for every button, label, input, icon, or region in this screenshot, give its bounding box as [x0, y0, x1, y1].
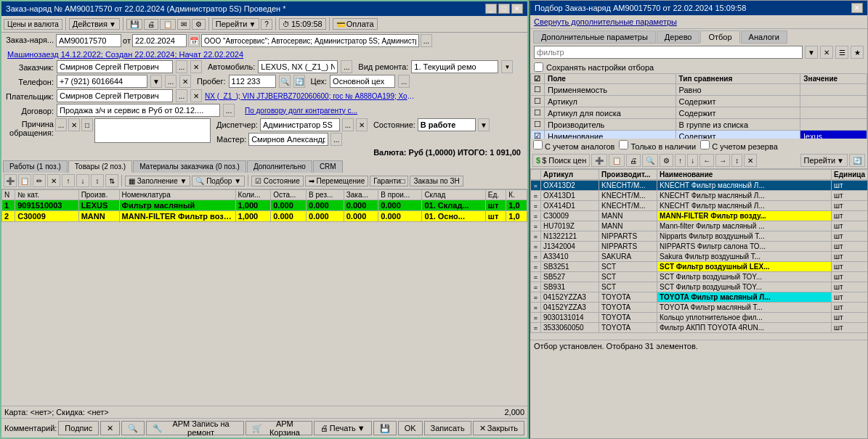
up-search-btn[interactable]: ↑ [675, 154, 686, 167]
tab-filter[interactable]: Отбор [700, 30, 739, 44]
settings-search-btn[interactable]: ⚙ [660, 154, 673, 167]
payer-dots-btn[interactable]: ... [176, 89, 187, 102]
print-icon-btn[interactable]: 🖨 [144, 19, 158, 30]
goto-search-btn[interactable]: Перейти ▼ [800, 154, 848, 167]
filter-search-btn[interactable]: 🔍 [642, 154, 658, 167]
right-close-btn[interactable]: ✕ [851, 3, 863, 13]
calendar-btn[interactable]: 📅 [188, 34, 200, 47]
customer-dots-btn[interactable]: ... [176, 60, 187, 73]
filter-list-btn[interactable]: ☰ [835, 46, 848, 59]
tab-additional[interactable]: Дополнительно [247, 160, 312, 173]
result-row[interactable]: = N1322121 NIPPARTS Nipparts Фильтр возд… [531, 231, 868, 242]
shop-dots-btn[interactable]: ... [398, 75, 410, 88]
auto-input[interactable] [258, 60, 338, 73]
cause-x-btn[interactable]: ✕ [68, 118, 80, 131]
sort-btn[interactable]: ↕ [91, 174, 104, 187]
org-dots-btn[interactable]: ... [421, 34, 432, 47]
copy-icon-btn[interactable]: 📋 [160, 19, 176, 30]
result-row[interactable]: = OX413D2 KNECHT/M... KNECHT Фильтр масл… [531, 181, 868, 191]
filter-row-item[interactable]: ☐ Артикул Содержит [531, 96, 867, 107]
payment-btn[interactable]: 💳 Оплата [333, 18, 378, 30]
guarantee-btn[interactable]: Гаранти□ [370, 176, 408, 186]
cause-textarea[interactable] [94, 118, 211, 143]
add-row-btn[interactable]: ➕ [4, 174, 17, 187]
phone-input[interactable] [57, 75, 147, 88]
arm-repair-btn[interactable]: 🔧 АРМ Запись на ремонт [146, 421, 244, 435]
result-row[interactable]: = 3533060050 TOYOTA Фильтр АКПП TOYOTA 4… [531, 323, 868, 333]
copy-row-btn[interactable]: 📋 [18, 174, 31, 187]
order-input[interactable] [56, 34, 121, 47]
time-btn[interactable]: ⏱ 15:09:58 [279, 18, 326, 30]
auto-dots-btn[interactable]: ... [341, 60, 352, 73]
customer-x-btn[interactable]: ✕ [190, 60, 202, 73]
filter-row-item[interactable]: ☐ Применяемость Равно [531, 84, 867, 96]
refresh-search-btn[interactable]: 🔄 [849, 154, 865, 167]
settings-icon-btn[interactable]: ⚙ [192, 19, 206, 30]
sort2-btn[interactable]: ⇅ [105, 174, 118, 187]
org-input[interactable] [201, 34, 419, 47]
down-search-btn[interactable]: ↓ [687, 154, 698, 167]
master-dots-btn[interactable]: ... [330, 133, 342, 146]
result-row[interactable]: = 04152YZZA3 TOYOTA TOYOTA Фильтр маслян… [531, 303, 868, 313]
x-search-btn[interactable]: ✕ [744, 154, 757, 167]
debt-link[interactable]: По договору долг контрагенту с... [245, 107, 357, 115]
phone-x-btn[interactable]: ✕ [179, 75, 191, 88]
breadcrumb[interactable]: Машинозаезд 14.12.2022; Создан 22.02.202… [4, 49, 524, 60]
goto-btn[interactable]: Перейти ▼ [212, 18, 260, 30]
minimize-btn[interactable]: _ [485, 4, 497, 14]
filter-input[interactable] [534, 46, 803, 59]
tab-extra-params[interactable]: Дополнительные параметры [533, 30, 656, 44]
contract-dots-btn[interactable]: ... [223, 104, 235, 117]
result-row[interactable]: = 9030131014 TOYOTA Кольцо уплотнительно… [531, 313, 868, 323]
tab-works[interactable]: Работы (1 поз.) [3, 160, 68, 173]
mileage-input[interactable] [229, 75, 276, 88]
customer-input[interactable] [57, 60, 173, 73]
edit-row-btn[interactable]: ✏ [33, 174, 46, 187]
fill-btn[interactable]: ▦ Заполнение ▼ [125, 176, 190, 186]
orders-btn[interactable]: Заказы по ЗН [410, 176, 463, 186]
copy-search-btn[interactable]: 📋 [609, 154, 625, 167]
sign-btn[interactable]: Подпис [58, 421, 99, 435]
save-icon-btn[interactable]: 💾 [126, 19, 142, 30]
collapse-link[interactable]: Свернуть дополнительные параметры [534, 17, 677, 26]
save-btn[interactable]: Записать [424, 421, 471, 435]
master-input[interactable] [248, 133, 328, 146]
vin-link[interactable]: NX (_Z1_); VIN JTJBERBZ702060600; гос № … [205, 92, 415, 100]
stock-checkbox[interactable] [619, 140, 628, 149]
sort-search-btn[interactable]: ↕ [731, 154, 742, 167]
result-row[interactable]: = HU7019Z MANN Mann-filter Фильтр маслян… [531, 221, 868, 231]
result-row[interactable]: = SB527 SCT SCT Фильтр воздушный ТОY... … [531, 272, 868, 282]
state-input[interactable] [418, 118, 476, 131]
payer-input[interactable] [57, 89, 173, 102]
save-settings-checkbox[interactable] [534, 62, 543, 72]
actions-btn[interactable]: Действия ▼ [69, 18, 120, 30]
close-btn[interactable]: ✕ Закрыть [473, 421, 524, 435]
filter-row-item[interactable]: ☐ Артикул для поиска Содержит [531, 107, 867, 119]
state-btn[interactable]: ☑ Состояние [251, 176, 304, 186]
selection-btn[interactable]: 🔍 Подбор ▼ [192, 176, 245, 186]
phone-dots-btn[interactable]: ... [165, 75, 177, 88]
phone-dropdown-btn[interactable]: ▼ [150, 75, 162, 88]
move-up-btn[interactable]: ↑ [62, 174, 75, 187]
result-row[interactable]: = C30009 MANN MANN-FILTER Фильтр возду..… [531, 211, 868, 221]
filter-star-btn[interactable]: ★ [851, 46, 864, 59]
dispatcher-input[interactable] [260, 118, 340, 131]
tab-tree[interactable]: Дерево [657, 30, 700, 44]
close-left-btn[interactable]: ✕ [511, 4, 523, 14]
state-dropdown-btn[interactable]: ▼ [478, 118, 490, 131]
dispatcher-dots-btn[interactable]: ... [342, 118, 354, 131]
cause-dots-btn[interactable]: ... [55, 118, 67, 131]
table-row[interactable]: 2 C30009 MANN MANN-FILTER Фильтр возд...… [2, 211, 527, 222]
analog-checkbox[interactable] [533, 140, 543, 149]
prices-currency-btn[interactable]: Цены и валюта [4, 19, 62, 30]
ok-btn[interactable]: OK [398, 421, 423, 435]
tab-materials[interactable]: Материалы заказчика (0 поз.) [133, 160, 246, 173]
shop-input[interactable] [330, 75, 395, 88]
right-search-btn[interactable]: → [715, 154, 730, 167]
tab-analogs[interactable]: Аналоги [741, 30, 787, 44]
help-btn[interactable]: ? [261, 19, 272, 30]
arm-basket-btn[interactable]: 🛒 АРМ Корзина [246, 421, 312, 435]
print-search-btn[interactable]: 🖨 [626, 154, 641, 167]
result-row[interactable]: = OX413D1 KNECHT/M... KNECHT Фильтр масл… [531, 191, 868, 201]
table-row[interactable]: 1 9091510003 LEXUS Фильтр масляный 1,000… [2, 200, 527, 211]
